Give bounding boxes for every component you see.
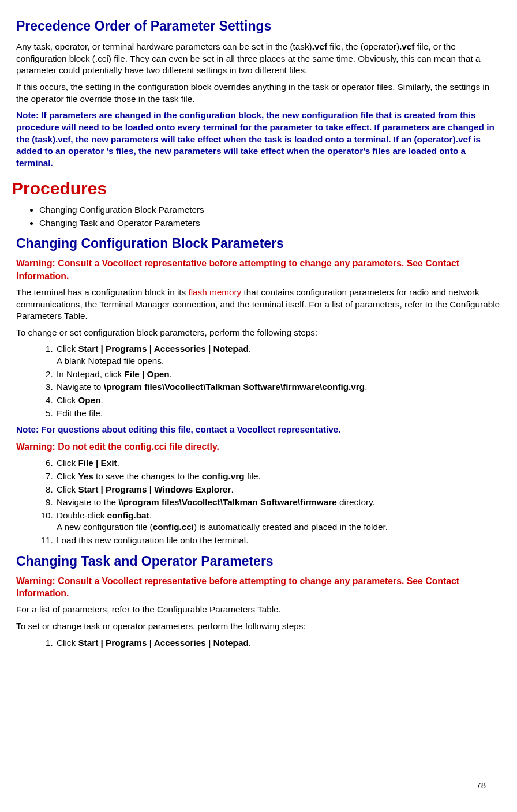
text: Click: [57, 484, 78, 494]
para-intro-1: Any task, operator, or terminal hardware…: [16, 41, 501, 77]
text: ) is automatically created and placed in…: [194, 522, 388, 532]
step-6: Click File | Exit.: [55, 457, 501, 469]
text: Click: [57, 395, 78, 405]
text: Navigate to: [57, 382, 104, 392]
text: |: [93, 458, 101, 468]
text-bold: config.cci: [153, 522, 194, 532]
page-number: 78: [476, 780, 486, 791]
text: file.: [245, 471, 261, 481]
para-intro-2: If this occurs, the setting in the confi…: [16, 81, 501, 105]
steps-ccbp-1: Click Start | Programs | Accessories | N…: [40, 343, 501, 419]
text: |: [140, 369, 147, 379]
text: A new configuration file (: [57, 522, 153, 532]
warning-config: Warning: Do not edit the config.cci file…: [16, 441, 501, 453]
text: .: [249, 638, 251, 648]
step-1: Click Start | Programs | Accessories | N…: [55, 343, 501, 367]
heading-precedence: Precedence Order of Parameter Settings: [16, 17, 501, 35]
text: directory.: [337, 497, 375, 507]
step-3: Navigate to \program files\Vocollect\Tal…: [55, 381, 501, 393]
text: Navigate to the: [57, 497, 118, 507]
text-bold: config.bat: [107, 510, 149, 520]
step-11: Load this new configuration file onto th…: [55, 535, 501, 547]
text: Click: [57, 471, 78, 481]
text-bold: Yes: [78, 471, 93, 481]
text: .: [365, 382, 367, 392]
steps-ctop: Click Start | Programs | Accessories | N…: [40, 637, 501, 649]
step-9: Navigate to the \\program files\Vocollec…: [55, 497, 501, 509]
text: Click: [57, 344, 78, 354]
mnemonic-x: x: [107, 458, 112, 468]
text-vcf2: .vcf: [399, 42, 414, 51]
warning-ccbp: Warning: Consult a Vocollect representat…: [16, 257, 501, 282]
text-bold: Start | Programs | Accessories | Notepad: [78, 638, 248, 648]
text: .: [231, 484, 234, 494]
note-precedence: Note: If parameters are changed in the c…: [16, 110, 501, 169]
text-bold: Start | Programs | Windows Explorer: [78, 484, 231, 494]
text: .: [249, 344, 251, 354]
para-ccbp-2: To change or set configuration block par…: [16, 327, 501, 339]
text: .: [117, 458, 119, 468]
step-5: Edit the file.: [55, 408, 501, 420]
text-bold: Open: [78, 395, 100, 405]
heading-ccbp: Changing Configuration Block Parameters: [16, 235, 501, 253]
text: pen: [153, 369, 169, 379]
text: E: [101, 458, 107, 468]
text-bold: Start | Programs | Accessories | Notepad: [78, 344, 248, 354]
text: Click: [57, 638, 78, 648]
text: Any task, operator, or terminal hardware…: [16, 42, 312, 51]
procedures-list: Changing Configuration Block Parameters …: [28, 204, 501, 229]
mnemonic-f: F: [124, 369, 129, 379]
para-ctop-2: To set or change task or operator parame…: [16, 621, 501, 633]
para-ctop-1: For a list of parameters, refer to the C…: [16, 604, 501, 616]
text: to save the changes to the: [93, 471, 202, 481]
text-path: \program files\Vocollect\Talkman Softwar…: [104, 382, 365, 392]
heading-ctop: Changing Task and Operator Parameters: [16, 552, 501, 570]
text: ile: [130, 369, 140, 379]
text: Click: [57, 458, 78, 468]
mnemonic-o: O: [147, 369, 154, 379]
heading-procedures: Procedures: [12, 177, 501, 201]
text: Double-click: [57, 510, 107, 520]
warning-ctop: Warning: Consult a Vocollect representat…: [16, 575, 501, 600]
step-4: Click Open.: [55, 394, 501, 407]
text: In Notepad, click: [57, 369, 124, 379]
step-10: Double-click config.bat. A new configura…: [55, 510, 501, 533]
text: The terminal has a configuration block i…: [16, 287, 188, 297]
text: ile: [84, 458, 93, 468]
list-item: Changing Configuration Block Parameters: [39, 204, 501, 216]
list-item: Changing Task and Operator Parameters: [39, 217, 501, 230]
text: .: [101, 395, 103, 405]
step-8: Click Start | Programs | Windows Explore…: [55, 484, 501, 496]
mnemonic-f: F: [78, 458, 83, 468]
text: file, the (operator): [327, 42, 399, 51]
step-t1: Click Start | Programs | Accessories | N…: [55, 637, 501, 649]
step-7: Click Yes to save the changes to the con…: [55, 471, 501, 483]
note-edit: Note: For questions about editing this f…: [16, 424, 501, 436]
text-path: \\program files\Vocollect\Talkman Softwa…: [118, 497, 337, 507]
text: it: [111, 458, 117, 468]
text: .: [149, 510, 152, 520]
step-2: In Notepad, click File | Open.: [55, 369, 501, 381]
text-vcf1: .vcf: [312, 42, 327, 51]
text: A blank Notepad file opens.: [57, 356, 164, 366]
text: .: [170, 369, 172, 379]
para-ccbp-1: The terminal has a configuration block i…: [16, 287, 501, 322]
link-flash-memory[interactable]: flash memory: [188, 287, 241, 297]
text-bold: config.vrg: [202, 471, 245, 481]
steps-ccbp-2: Click File | Exit. Click Yes to save the…: [40, 457, 501, 546]
